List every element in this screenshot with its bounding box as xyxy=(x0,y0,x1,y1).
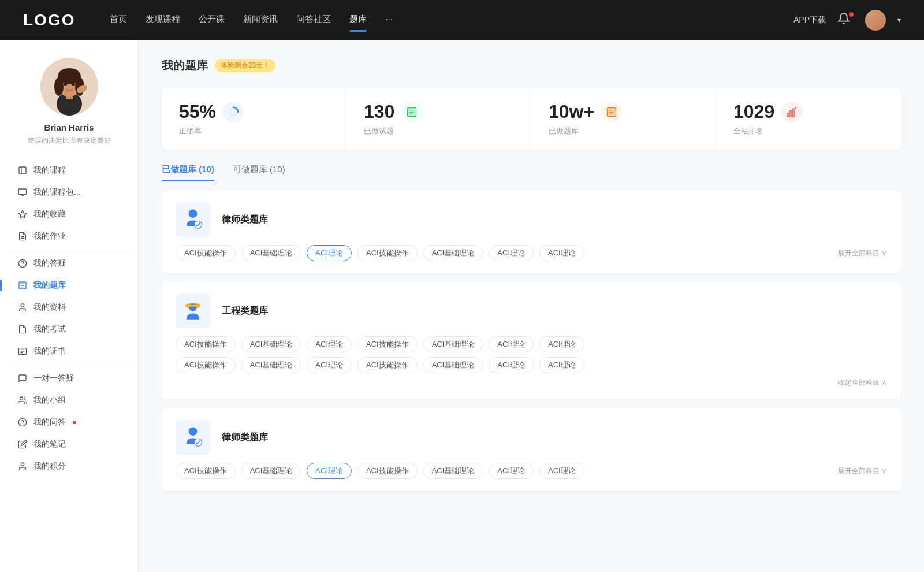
notification-dot xyxy=(849,12,854,17)
expand-lawyer-2[interactable]: 展开全部科目 ∨ xyxy=(838,466,887,476)
accuracy-icon xyxy=(223,102,244,122)
sidebar-item-quiz-bank[interactable]: 我的题库 xyxy=(6,274,132,296)
tab-available[interactable]: 可做题库 (10) xyxy=(233,164,285,181)
nav-news[interactable]: 新闻资讯 xyxy=(243,14,278,27)
nav-more[interactable]: ··· xyxy=(385,14,393,27)
tag-l1-0[interactable]: ACI技能操作 xyxy=(176,245,236,261)
logo: LOGO xyxy=(23,11,75,29)
tag-e-6[interactable]: ACI理论 xyxy=(539,336,584,352)
svg-rect-47 xyxy=(185,305,200,307)
avatar-image xyxy=(865,10,886,31)
tag-l1-5[interactable]: ACI理论 xyxy=(489,245,534,261)
nav-quiz[interactable]: 题库 xyxy=(349,14,367,27)
avatar-image xyxy=(40,58,98,116)
svg-point-7 xyxy=(64,83,67,86)
main-content: 我的题库 体验剩余23天！ 55% 正确率 13 xyxy=(139,40,924,572)
course-package-icon xyxy=(17,187,28,198)
tag-e2-2[interactable]: ACI理论 xyxy=(307,357,352,373)
tag-e2-3[interactable]: ACI技能操作 xyxy=(357,357,418,373)
stat-rank-top: 1029 xyxy=(733,101,884,122)
sidebar-item-my-course[interactable]: 我的课程 xyxy=(6,159,132,181)
topic-card-lawyer-1-header: 律师类题库 xyxy=(176,202,887,237)
tag-e-3[interactable]: ACI技能操作 xyxy=(357,336,418,352)
svg-rect-12 xyxy=(18,189,26,194)
stat-rank-value: 1029 xyxy=(733,101,774,122)
sidebar-divider-1 xyxy=(6,250,132,250)
tag-e-4[interactable]: ACI基础理论 xyxy=(423,336,483,352)
sidebar-item-points[interactable]: 我的积分 xyxy=(6,455,132,477)
tag-e-2[interactable]: ACI理论 xyxy=(307,336,352,352)
tag-l2-2[interactable]: ACI理论 xyxy=(307,463,352,479)
notes-icon xyxy=(17,439,28,450)
group-icon xyxy=(17,395,28,406)
sidebar-item-myqa[interactable]: 我的问答 xyxy=(6,411,132,433)
tag-l1-4[interactable]: ACI基础理论 xyxy=(423,245,483,261)
materials-icon xyxy=(17,302,28,313)
stat-done-questions-top: 130 xyxy=(364,101,513,122)
app-download-button[interactable]: APP下载 xyxy=(793,15,826,25)
tag-l2-4[interactable]: ACI基础理论 xyxy=(423,463,483,479)
sidebar-motto: 错误的决定比没有决定要好 xyxy=(16,136,122,146)
sidebar-item-certificate[interactable]: 我的证书 xyxy=(6,340,132,362)
stat-done-banks-value: 10w+ xyxy=(549,101,594,122)
sidebar-item-exam[interactable]: 我的考试 xyxy=(6,318,132,340)
lawyer-2-icon-wrap xyxy=(176,420,210,455)
sidebar-item-materials[interactable]: 我的资料 xyxy=(6,296,132,318)
tag-e2-4[interactable]: ACI基础理论 xyxy=(423,357,483,373)
sidebar-item-qa[interactable]: 我的答疑 xyxy=(6,252,132,274)
svg-point-46 xyxy=(189,304,196,311)
expand-lawyer-1[interactable]: 展开全部科目 ∨ xyxy=(838,248,887,258)
sidebar-item-group[interactable]: 我的小组 xyxy=(6,389,132,411)
sidebar-item-notes[interactable]: 我的笔记 xyxy=(6,433,132,455)
topic-card-engineer: 工程类题库 ACI技能操作 ACI基础理论 ACI理论 ACI技能操作 ACI基… xyxy=(162,282,901,399)
stat-done-banks-top: 10w+ xyxy=(549,101,698,122)
nav-qa[interactable]: 问答社区 xyxy=(296,14,331,27)
tag-e-1[interactable]: ACI基础理论 xyxy=(241,336,301,352)
sidebar-item-homework[interactable]: 我的作业 xyxy=(6,225,132,247)
tag-e-0[interactable]: ACI技能操作 xyxy=(176,336,236,352)
topic-card-lawyer-1: 律师类题库 ACI技能操作 ACI基础理论 ACI理论 ACI技能操作 ACI基… xyxy=(162,191,901,273)
rank-icon xyxy=(781,102,802,122)
page-wrapper: Brian Harris 错误的决定比没有决定要好 我的课程 我的课程包... … xyxy=(0,40,924,572)
topic-card-lawyer-2: 律师类题库 ACI技能操作 ACI基础理论 ACI理论 ACI技能操作 ACI基… xyxy=(162,408,901,491)
tag-e2-5[interactable]: ACI理论 xyxy=(489,357,534,373)
tag-e2-1[interactable]: ACI基础理论 xyxy=(241,357,301,373)
tag-l2-3[interactable]: ACI技能操作 xyxy=(357,463,418,479)
svg-rect-41 xyxy=(793,109,795,117)
stat-accuracy-label: 正确率 xyxy=(179,126,329,136)
collapse-engineer[interactable]: 收起全部科目 ∧ xyxy=(838,378,887,388)
notification-bell[interactable] xyxy=(837,12,854,28)
topic-card-lawyer-1-title: 律师类题库 xyxy=(222,214,268,226)
tag-l2-0[interactable]: ACI技能操作 xyxy=(176,463,236,479)
sidebar-item-course-package[interactable]: 我的课程包... xyxy=(6,181,132,203)
nav-discover[interactable]: 发现课程 xyxy=(146,14,180,27)
svg-point-30 xyxy=(230,109,237,116)
avatar-chevron[interactable]: ▾ xyxy=(897,16,901,24)
page-title: 我的题库 xyxy=(162,58,208,73)
tag-l1-1[interactable]: ACI基础理论 xyxy=(241,245,301,261)
tag-e2-6[interactable]: ACI理论 xyxy=(539,357,584,373)
points-icon xyxy=(17,461,28,471)
tag-l2-1[interactable]: ACI基础理论 xyxy=(241,463,301,479)
page-header: 我的题库 体验剩余23天！ xyxy=(162,58,901,73)
tag-l2-5[interactable]: ACI理论 xyxy=(489,463,534,479)
sidebar-item-1on1[interactable]: 一对一答疑 xyxy=(6,367,132,389)
myqa-dot xyxy=(73,421,76,424)
stat-rank: 1029 全站排名 xyxy=(716,87,901,150)
certificate-icon xyxy=(17,346,28,356)
tag-l2-6[interactable]: ACI理论 xyxy=(539,463,584,479)
lawyer-icon xyxy=(180,207,206,232)
tag-l1-6[interactable]: ACI理论 xyxy=(539,245,584,261)
tag-l1-3[interactable]: ACI技能操作 xyxy=(357,245,418,261)
nav-home[interactable]: 首页 xyxy=(110,14,127,27)
avatar[interactable] xyxy=(865,10,886,31)
stats-row: 55% 正确率 130 xyxy=(162,87,901,150)
sidebar-item-favorites[interactable]: 我的收藏 xyxy=(6,203,132,225)
tag-l1-2[interactable]: ACI理论 xyxy=(307,245,352,261)
nav-open-course[interactable]: 公开课 xyxy=(199,14,225,27)
tag-e2-0[interactable]: ACI技能操作 xyxy=(176,357,236,373)
topic-card-engineer-header: 工程类题库 xyxy=(176,294,887,328)
tab-done[interactable]: 已做题库 (10) xyxy=(162,164,214,181)
tag-e-5[interactable]: ACI理论 xyxy=(489,336,534,352)
sidebar-username: Brian Harris xyxy=(44,122,94,132)
